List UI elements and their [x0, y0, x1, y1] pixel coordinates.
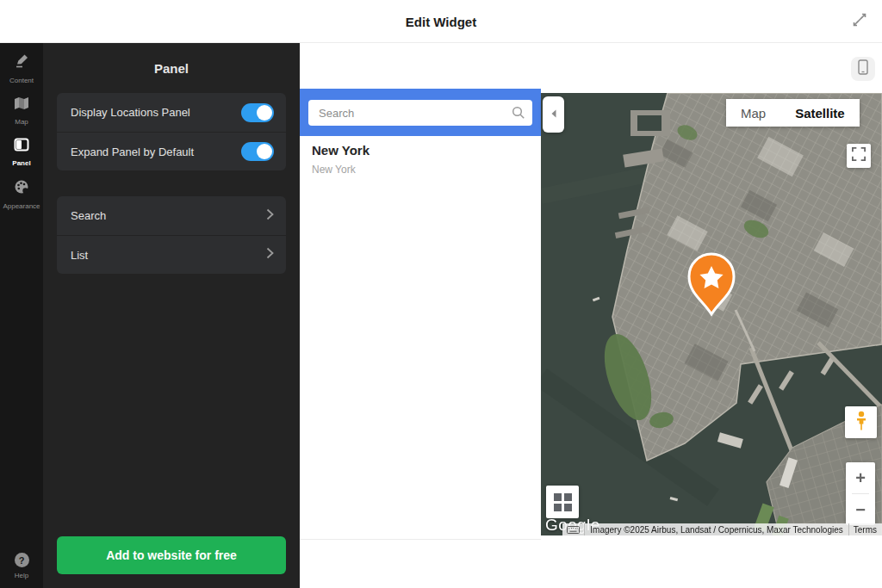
pegman-button[interactable] [845, 406, 877, 438]
sidebar-item-appearance[interactable]: Appearance [0, 179, 43, 210]
search-icon [512, 106, 525, 123]
expand-button[interactable] [849, 11, 870, 32]
map-type-control: Map Satellite [726, 99, 860, 127]
expand-arrows-icon [851, 11, 868, 32]
zoom-out-button[interactable]: − [846, 494, 875, 525]
map-type-satellite-button[interactable]: Satellite [780, 99, 860, 127]
sidebar-item-map[interactable]: Map [0, 96, 43, 126]
setting-row-search[interactable]: Search [57, 196, 286, 235]
map-icon [14, 96, 29, 114]
panel-icon [14, 138, 29, 155]
locations-panel: New York New York [300, 93, 541, 540]
mobile-icon [858, 59, 868, 78]
chevron-right-icon [266, 247, 274, 263]
nav-rail: Content Map Panel Appearance ? Help [0, 43, 43, 588]
pegman-icon [853, 411, 870, 435]
sidebar-item-content[interactable]: Content [0, 53, 43, 84]
sidebar-item-help[interactable]: ? Help [0, 553, 43, 579]
panel-collapse-button[interactable] [543, 96, 564, 133]
mobile-preview-button[interactable] [851, 57, 875, 81]
toggle-knob [257, 144, 272, 159]
zoom-in-button[interactable]: + [846, 462, 875, 493]
add-to-website-button[interactable]: Add to website for free [57, 536, 286, 574]
map-fullscreen-button[interactable] [847, 144, 871, 168]
setting-row-display-locations-panel[interactable]: Display Locations Panel [57, 93, 286, 132]
widget-preview: New York New York [300, 43, 882, 588]
sidebar-item-label: Help [15, 572, 28, 579]
imagery-attribution: Imagery ©2025 Airbus, Landsat / Copernic… [585, 525, 848, 535]
keyboard-icon[interactable] [562, 523, 585, 535]
settings-panel-title: Panel [43, 61, 300, 76]
fullscreen-icon [852, 147, 866, 164]
toggle-group: Display Locations Panel Expand Panel by … [57, 93, 286, 170]
setting-row-list[interactable]: List [57, 235, 286, 274]
location-subtitle: New York [312, 164, 370, 176]
satellite-map-image [541, 93, 882, 535]
edit-widget-app: Edit Widget Content Map Panel [0, 0, 882, 588]
pencil-icon [14, 53, 29, 72]
setting-label: Expand Panel by Default [71, 145, 194, 158]
search-box [308, 100, 532, 126]
map-type-map-button[interactable]: Map [726, 99, 780, 127]
terms-link[interactable]: Terms [848, 523, 882, 535]
setting-row-expand-panel-by-default[interactable]: Expand Panel by Default [57, 132, 286, 170]
display-locations-panel-toggle[interactable] [241, 103, 274, 122]
sidebar-item-label: Content [9, 77, 34, 84]
setting-label: Display Locations Panel [71, 106, 190, 119]
link-group: Search List [57, 196, 286, 274]
map-canvas[interactable]: Map Satellite + − Google [541, 93, 882, 535]
search-input[interactable] [308, 100, 532, 126]
setting-label: Search [71, 209, 106, 222]
setting-label: List [71, 249, 88, 262]
top-bar: Edit Widget [0, 0, 882, 43]
map-tiles-button[interactable] [546, 486, 579, 518]
sidebar-item-label: Panel [12, 159, 30, 167]
settings-panel: Panel Display Locations Panel Expand Pan… [43, 43, 300, 588]
chevron-left-icon [550, 107, 557, 122]
sidebar-item-label: Map [15, 118, 28, 126]
sidebar-item-panel[interactable]: Panel [0, 138, 43, 167]
palette-icon [14, 179, 29, 198]
grid-icon [554, 493, 572, 511]
location-list-item[interactable]: New York New York [312, 143, 370, 176]
page-title: Edit Widget [0, 0, 882, 43]
question-icon: ? [15, 553, 29, 567]
chevron-right-icon [266, 208, 274, 224]
toggle-knob [257, 105, 272, 121]
search-selection-highlight[interactable] [300, 89, 541, 136]
location-title: New York [312, 143, 370, 158]
zoom-control: + − [846, 462, 875, 525]
expand-panel-by-default-toggle[interactable] [241, 142, 274, 161]
sidebar-item-label: Appearance [3, 202, 40, 210]
map-attribution: Imagery ©2025 Airbus, Landsat / Copernic… [562, 523, 882, 535]
